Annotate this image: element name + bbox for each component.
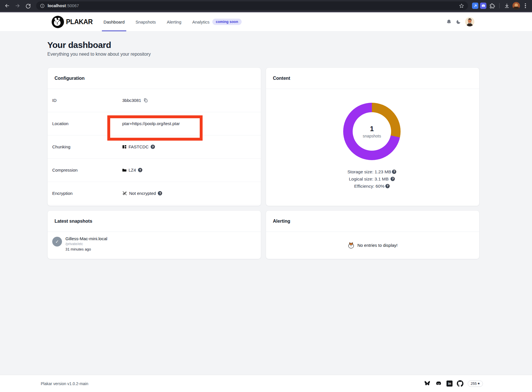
extension-shortcut-discord[interactable] xyxy=(480,3,486,9)
encryption-value: Not encrypted xyxy=(129,191,156,196)
url-host: localhost xyxy=(48,3,66,8)
browser-profile-avatar[interactable] xyxy=(512,2,520,9)
efficiency-stat: Efficiency: 60%? xyxy=(314,183,429,190)
bookmark-star-icon[interactable] xyxy=(459,3,464,9)
user-avatar-illustration xyxy=(465,17,474,26)
compression-help-icon[interactable]: ? xyxy=(138,168,142,172)
content-stats: Storage size: 1.23 MB? Logical size: 3.1… xyxy=(314,168,429,190)
configuration-card: Configuration ID 3bbc3081 Location ptar+… xyxy=(47,67,261,206)
browser-toolbar: localhost:50067 xyxy=(0,0,532,12)
configuration-card-title: Configuration xyxy=(48,68,261,89)
repository-id-value: 3bbc3081 xyxy=(122,98,141,103)
efficiency-help-icon[interactable]: ? xyxy=(385,184,390,188)
url-bar[interactable]: localhost:50067 xyxy=(36,1,468,10)
config-row-compression: Compression LZ4 ? xyxy=(48,159,261,182)
downloads-button[interactable] xyxy=(503,2,511,10)
url-port: :50067 xyxy=(66,3,79,8)
logical-size-help-icon[interactable]: ? xyxy=(391,177,395,181)
key-slash-icon xyxy=(122,191,127,196)
discord-link[interactable] xyxy=(435,381,442,387)
alerting-empty-text: No entries to display! xyxy=(357,243,397,248)
browser-menu-button[interactable] xyxy=(522,3,529,8)
encryption-help-icon[interactable]: ? xyxy=(158,191,162,195)
chunking-help-icon[interactable]: ? xyxy=(151,145,155,149)
alerting-card: Alerting No entries to display! xyxy=(266,210,479,259)
bluesky-link[interactable] xyxy=(424,381,431,387)
app-header: PLAKAR Dashboard Snapshots Alerting Anal… xyxy=(0,12,532,32)
config-row-id: ID 3bbc3081 xyxy=(48,89,261,112)
page-footer: Plakar version v1.0.2-main in 255 ★ xyxy=(0,375,532,392)
compression-folder-icon xyxy=(122,168,127,172)
version-text: Plakar version v1.0.2-main xyxy=(41,381,88,386)
extension-shortcut-blue[interactable] xyxy=(472,3,478,9)
latest-snapshots-card: Latest snapshots ✓ Gilless-Mac-mini.loca… xyxy=(47,210,261,259)
dark-mode-toggle[interactable] xyxy=(456,19,461,25)
page-subtitle: Everything you need to know about your r… xyxy=(47,52,532,57)
alerting-card-title: Alerting xyxy=(266,211,479,232)
config-row-location: Location ptar+https://poolp.org/test.pta… xyxy=(48,112,261,135)
discord-icon xyxy=(435,381,442,387)
snapshot-success-check-icon: ✓ xyxy=(52,237,62,247)
content-card-title: Content xyxy=(266,68,479,89)
plakar-brand[interactable]: PLAKAR xyxy=(52,16,93,28)
puzzle-piece-icon xyxy=(490,3,495,9)
brand-name: PLAKAR xyxy=(66,18,93,26)
snapshot-list-item[interactable]: ✓ Gilless-Mac-mini.local /private/etc 31… xyxy=(48,232,261,251)
bluesky-butterfly-icon xyxy=(424,381,431,387)
stars-count: 255 xyxy=(471,382,477,386)
main-content: Your dashboard Everything you need to kn… xyxy=(0,32,532,375)
snapshots-donut: 1 snapshots xyxy=(343,103,401,160)
donut-center: 1 snapshots xyxy=(353,112,391,151)
repository-location-value: ptar+https://poolp.org/test.ptar xyxy=(122,121,180,126)
logical-size-stat: Logical size: 3.1 MB? xyxy=(314,175,429,183)
copy-icon[interactable] xyxy=(143,98,148,103)
github-stars-badge[interactable]: 255 ★ xyxy=(468,381,483,387)
reload-icon xyxy=(25,3,31,9)
config-row-encryption: Encryption Not encrypted ? xyxy=(48,182,261,205)
github-link[interactable] xyxy=(457,380,463,387)
coming-soon-badge: coming soon xyxy=(212,19,242,25)
bell-icon xyxy=(446,19,452,25)
hamster-mascot-icon xyxy=(347,242,355,249)
moon-icon xyxy=(456,19,461,25)
main-nav: Dashboard Snapshots Alerting Analytics c… xyxy=(104,12,242,31)
linkedin-link[interactable]: in xyxy=(446,381,453,387)
latest-snapshots-title: Latest snapshots xyxy=(48,211,261,232)
star-icon: ★ xyxy=(477,382,480,385)
content-card: Content 1 snapshots Storage size: 1.23 M… xyxy=(266,67,479,206)
snapshot-time: 31 minutes ago xyxy=(65,247,107,251)
chunking-blocks-icon xyxy=(122,145,127,149)
snapshot-path: /private/etc xyxy=(65,242,107,246)
nav-snapshots[interactable]: Snapshots xyxy=(135,12,156,31)
browser-reload-button[interactable] xyxy=(24,1,32,10)
compression-value: LZ4 xyxy=(129,168,136,172)
page-title: Your dashboard xyxy=(47,40,532,50)
toolbar-divider xyxy=(499,3,500,8)
back-arrow-icon xyxy=(4,3,10,9)
config-row-chunking: Chunking FASTCDC ? xyxy=(48,135,261,159)
plakar-logo-icon xyxy=(52,16,64,28)
avatar-body-shape xyxy=(513,7,519,9)
snapshot-host: Gilless-Mac-mini.local xyxy=(65,236,107,241)
nav-analytics[interactable]: Analytics xyxy=(192,20,209,24)
diagonal-arrow-icon xyxy=(473,4,477,8)
forward-arrow-icon xyxy=(15,3,20,9)
nav-alerting[interactable]: Alerting xyxy=(167,12,181,31)
site-info-icon[interactable] xyxy=(40,3,45,8)
nav-dashboard[interactable]: Dashboard xyxy=(104,12,125,31)
download-icon xyxy=(504,3,510,9)
snapshot-count: 1 xyxy=(370,125,374,133)
snapshot-count-label: snapshots xyxy=(363,134,381,138)
browser-back-button[interactable] xyxy=(3,1,11,10)
github-icon xyxy=(457,380,463,387)
extensions-menu-button[interactable] xyxy=(488,2,496,10)
user-avatar[interactable] xyxy=(465,17,474,26)
linkedin-icon: in xyxy=(448,382,451,386)
browser-forward-button[interactable] xyxy=(13,1,22,10)
storage-size-help-icon[interactable]: ? xyxy=(392,170,396,174)
storage-size-stat: Storage size: 1.23 MB? xyxy=(314,168,429,175)
notifications-button[interactable] xyxy=(446,19,452,25)
discord-ext-icon xyxy=(481,4,486,8)
alerting-empty-state: No entries to display! xyxy=(266,232,479,259)
chunking-value: FASTCDC xyxy=(129,144,149,149)
